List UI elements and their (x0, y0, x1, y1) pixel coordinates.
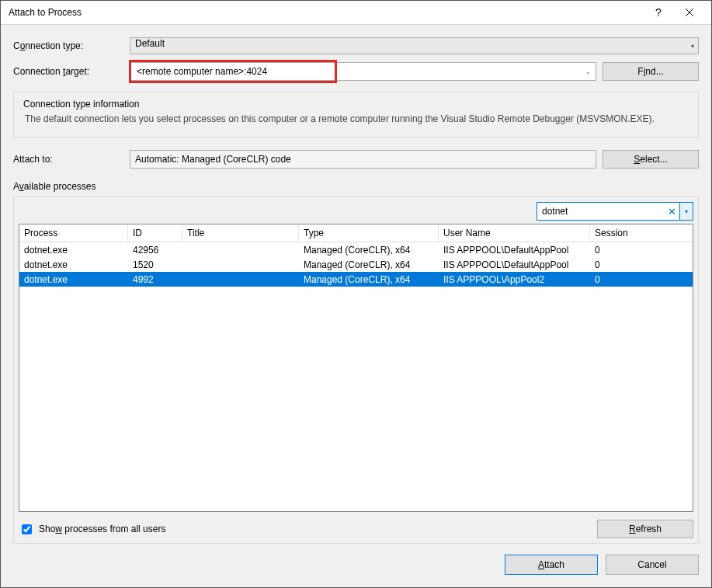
show-all-users-checkbox[interactable]: Show processes from all users (19, 522, 165, 537)
cell: Managed (CoreCLR), x64 (299, 259, 439, 270)
available-processes-label: Available processes (13, 181, 699, 192)
titlebar: Attach to Process ? (1, 1, 711, 25)
filter-input[interactable] (537, 204, 664, 219)
x-icon: ✕ (668, 206, 676, 217)
chevron-down-icon: ⌄ (585, 68, 591, 75)
cell: dotnet.exe (19, 245, 128, 256)
group-title: Connection type information (23, 99, 689, 110)
connection-target-input[interactable]: <remote computer name>:4024 ⌄ (130, 62, 596, 81)
filter-row: ✕ ▾ (19, 202, 693, 221)
cell: 0 (590, 245, 652, 256)
table-row[interactable]: dotnet.exe42956Managed (CoreCLR), x64IIS… (19, 242, 693, 257)
close-icon (686, 9, 693, 16)
filter-box: ✕ ▾ (537, 202, 693, 221)
cell: dotnet.exe (19, 259, 128, 270)
clear-filter-button[interactable]: ✕ (664, 203, 680, 220)
refresh-button[interactable]: Refresh (597, 520, 693, 538)
col-user[interactable]: User Name (439, 224, 590, 242)
col-process[interactable]: Process (19, 224, 128, 242)
table-row[interactable]: dotnet.exe1520Managed (CoreCLR), x64IIS … (19, 257, 693, 272)
col-title[interactable]: Title (182, 224, 299, 242)
cell: IIS APPPOOL\AppPool2 (439, 274, 590, 285)
col-type[interactable]: Type (299, 224, 439, 242)
cell: IIS APPPOOL\DefaultAppPool (439, 245, 590, 256)
connection-target-row: Connection target: <remote computer name… (13, 62, 699, 81)
filter-dropdown-button[interactable]: ▾ (680, 203, 693, 220)
connection-type-value: Default (135, 38, 165, 49)
attach-to-value: Automatic: Managed (CoreCLR) code (135, 154, 291, 165)
cell: Managed (CoreCLR), x64 (299, 274, 439, 285)
close-button[interactable] (674, 1, 705, 24)
attach-to-process-dialog: Attach to Process ? Connection type: Def… (0, 0, 712, 588)
table-row[interactable]: dotnet.exe4992Managed (CoreCLR), x64IIS … (19, 272, 693, 287)
cell: 4992 (128, 274, 182, 285)
attach-to-field: Automatic: Managed (CoreCLR) code (130, 150, 596, 169)
process-listview[interactable]: Process ID Title Type User Name Session … (19, 224, 693, 512)
processes-panel: ✕ ▾ Process ID Title Type User Name Sess… (13, 197, 699, 544)
cell: 0 (590, 274, 652, 285)
show-all-users-input[interactable] (22, 524, 32, 534)
cell: IIS APPPOOL\DefaultAppPool (439, 259, 590, 270)
listview-header: Process ID Title Type User Name Session (19, 224, 693, 242)
select-button[interactable]: Select... (603, 150, 699, 169)
chevron-down-icon: ▾ (685, 208, 688, 215)
cell: 42956 (128, 245, 182, 256)
listview-body: dotnet.exe42956Managed (CoreCLR), x64IIS… (19, 242, 693, 511)
attach-button[interactable]: Attach (505, 555, 598, 575)
group-body: The default connection lets you select p… (23, 113, 689, 126)
connection-type-info-group: Connection type information The default … (13, 92, 699, 137)
col-session[interactable]: Session (590, 224, 652, 242)
connection-type-row: Connection type: Default ▾ (13, 37, 699, 54)
cell: 0 (590, 259, 652, 270)
connection-type-select[interactable]: Default (130, 37, 699, 54)
connection-type-label: Connection type: (13, 40, 130, 51)
attach-to-label: Attach to: (13, 154, 130, 165)
attach-to-row: Attach to: Automatic: Managed (CoreCLR) … (13, 150, 699, 169)
col-id[interactable]: ID (128, 224, 182, 242)
cell: 1520 (128, 259, 182, 270)
cell: dotnet.exe (19, 274, 128, 285)
cancel-button[interactable]: Cancel (606, 555, 699, 575)
connection-target-value: <remote computer name>:4024 (130, 66, 267, 77)
connection-target-label: Connection target: (13, 66, 130, 77)
dialog-buttons: Attach Cancel (1, 544, 711, 587)
cell: Managed (CoreCLR), x64 (299, 245, 439, 256)
help-button[interactable]: ? (643, 1, 674, 24)
window-title: Attach to Process (9, 7, 643, 18)
find-button[interactable]: Find... (603, 62, 699, 81)
show-all-users-label: Show processes from all users (39, 524, 165, 534)
